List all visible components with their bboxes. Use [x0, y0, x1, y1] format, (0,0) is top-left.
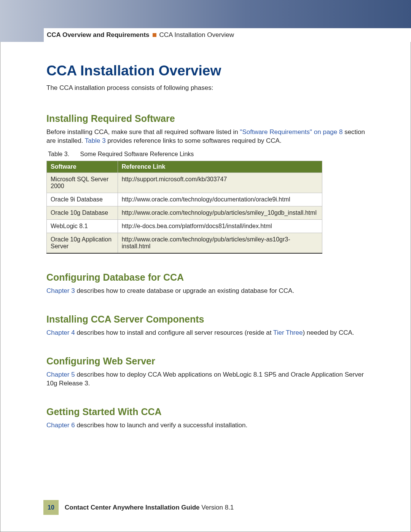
- heading-configuring-web-server: Configuring Web Server: [46, 356, 366, 367]
- section-configuring-database: Configuring Database for CCA Chapter 3 d…: [46, 272, 366, 296]
- chapter-title: CCA Overview and Requirements: [47, 31, 150, 39]
- table-label: Table 3.: [48, 151, 69, 157]
- th-reference-link: Reference Link: [118, 161, 322, 173]
- cell-ref: http://support.microsoft.com/kb/303747: [118, 173, 322, 193]
- header-bullet-icon: [153, 33, 156, 37]
- cell-ref: http://www.oracle.com/technology/pub/art…: [118, 206, 322, 219]
- table-title: Some Required Software Reference Links: [80, 151, 194, 157]
- text: Before installing CCA, make sure that al…: [46, 128, 240, 136]
- table-caption: Table 3. Some Required Software Referenc…: [46, 151, 366, 158]
- heading-configuring-database: Configuring Database for CCA: [46, 272, 366, 283]
- section-title-header: CCA Installation Overview: [159, 31, 234, 39]
- software-reference-table: Software Reference Link Microsoft SQL Se…: [46, 161, 322, 254]
- link-chapter-3[interactable]: Chapter 3: [46, 287, 75, 294]
- heading-installing-components: Installing CCA Server Components: [46, 314, 366, 325]
- table-row: Microsoft SQL Server 2000 http://support…: [47, 173, 322, 193]
- doc-version: Version 8.1: [200, 504, 234, 511]
- doc-title: Contact Center Anywhere Installation Gui…: [65, 504, 200, 511]
- page-header: CCA Overview and Requirements CCA Instal…: [44, 28, 411, 42]
- footer-text: Contact Center Anywhere Installation Gui…: [65, 504, 234, 511]
- page-number: 10: [43, 500, 59, 515]
- table-row: Oracle 10g Application Server http://www…: [47, 233, 322, 253]
- section-installing-required-software: Installing Required Software Before inst…: [46, 113, 366, 254]
- section-configuring-web-server: Configuring Web Server Chapter 5 describ…: [46, 356, 366, 388]
- text: ) needed by CCA.: [303, 329, 354, 336]
- heading-getting-started: Getting Started With CCA: [46, 406, 366, 417]
- body-installing-components: Chapter 4 describes how to install and c…: [46, 329, 366, 337]
- text: provides reference links to some softwar…: [106, 137, 282, 144]
- text: describes how to create database or upgr…: [75, 287, 294, 294]
- link-table-3[interactable]: Table 3: [85, 137, 106, 144]
- heading-installing-required-software: Installing Required Software: [46, 113, 366, 124]
- cell-software: WebLogic 8.1: [47, 219, 118, 233]
- th-software: Software: [47, 161, 118, 173]
- cell-ref: http://www.oracle.com/technology/documen…: [118, 193, 322, 206]
- table-row: WebLogic 8.1 http://e-docs.bea.com/platf…: [47, 219, 322, 233]
- body-installing-required-software: Before installing CCA, make sure that al…: [46, 128, 366, 145]
- text: describes how to deploy CCA Web applicat…: [46, 371, 364, 387]
- cell-software: Oracle 10g Application Server: [47, 233, 118, 253]
- page-title: CCA Installation Overview: [46, 63, 366, 79]
- cell-software: Microsoft SQL Server 2000: [47, 173, 118, 193]
- link-chapter-5[interactable]: Chapter 5: [46, 371, 75, 378]
- link-chapter-4[interactable]: Chapter 4: [46, 329, 75, 336]
- body-getting-started: Chapter 6 describes how to launch and ve…: [46, 421, 366, 430]
- link-chapter-6[interactable]: Chapter 6: [46, 422, 75, 429]
- page-content: CCA Installation Overview The CCA instal…: [46, 63, 366, 448]
- body-configuring-web-server: Chapter 5 describes how to deploy CCA We…: [46, 371, 366, 388]
- text: describes how to install and configure a…: [75, 329, 273, 336]
- section-installing-components: Installing CCA Server Components Chapter…: [46, 314, 366, 337]
- intro-text: The CCA installation process consists of…: [46, 84, 366, 92]
- cell-software: Oracle 9i Database: [47, 193, 118, 206]
- link-software-requirements[interactable]: "Software Requirements" on page 8: [240, 128, 342, 136]
- link-tier-three[interactable]: Tier Three: [273, 329, 303, 336]
- page-footer: 10 Contact Center Anywhere Installation …: [43, 500, 234, 515]
- table-row: Oracle 10g Database http://www.oracle.co…: [47, 206, 322, 219]
- text: describes how to launch and verify a suc…: [75, 422, 248, 429]
- body-configuring-database: Chapter 3 describes how to create databa…: [46, 287, 366, 296]
- cell-ref: http://www.oracle.com/technology/pub/art…: [118, 233, 322, 253]
- section-getting-started: Getting Started With CCA Chapter 6 descr…: [46, 406, 366, 430]
- cell-ref: http://e-docs.bea.com/platform/docs81/in…: [118, 219, 322, 233]
- cell-software: Oracle 10g Database: [47, 206, 118, 219]
- table-row: Oracle 9i Database http://www.oracle.com…: [47, 193, 322, 206]
